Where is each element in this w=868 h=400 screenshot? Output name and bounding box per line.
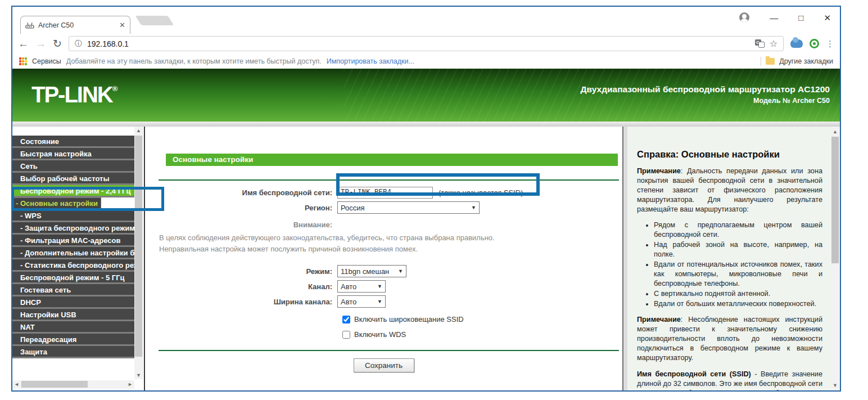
bookmark-star-icon[interactable]: ☆ (770, 38, 777, 49)
region-label: Регион: (145, 204, 337, 212)
bookmarks-separator (761, 57, 761, 66)
annotation-box-ssid-field (336, 173, 540, 196)
tplink-logo: TP-LINK® (31, 82, 117, 107)
close-button[interactable]: ✕ (824, 14, 831, 22)
sidebar-item-advanced-wireless[interactable]: - Дополнительные настройки бес (12, 247, 134, 259)
bookmarks-hint: Добавляйте на эту панель закладки, к кот… (66, 57, 322, 65)
wds-checkbox[interactable] (342, 331, 350, 339)
scroll-up-icon[interactable]: ▲ (833, 129, 838, 134)
ssid-label: Имя беспроводной сети: (145, 188, 337, 197)
url-bar[interactable]: ⓘ 192.168.0.1 ☆ (69, 36, 784, 51)
chevron-down-icon: ▼ (377, 284, 382, 289)
tab-title: Archer C50 (38, 21, 115, 29)
router-favicon (25, 22, 34, 29)
help-bullet-list: Рядом с предполагаемым центром вашей бес… (654, 221, 822, 308)
help-title: Справка: Основные настройки (637, 149, 822, 160)
help-note-2: Примечание: Несоблюдение настоящих инстр… (637, 315, 822, 362)
browser-tab[interactable]: Archer C50 ✕ (20, 16, 130, 34)
url-text[interactable]: 192.168.0.1 (87, 39, 750, 48)
sidebar-item-forwarding[interactable]: Переадресация (12, 334, 134, 346)
help-bullet: Вдали от потенциальных источников помех,… (654, 260, 822, 289)
chrome-menu-icon[interactable]: ⋮ (826, 39, 834, 49)
scrollbar-thumb[interactable] (135, 136, 142, 357)
help-bullet: Рядом с предполагаемым центром вашей бес… (654, 221, 822, 240)
router-header: TP-LINK® Двухдиапазонный беспроводной ма… (12, 69, 840, 122)
tab-drag-shadow (135, 16, 174, 25)
profile-icon[interactable] (739, 12, 749, 23)
help-scrollbar[interactable]: ▲ ▼ (831, 127, 840, 390)
chevron-down-icon: ▼ (377, 299, 382, 304)
router-title: Двухдиапазонный беспроводной маршрутизат… (581, 84, 830, 95)
scrollbar-thumb[interactable] (21, 381, 88, 388)
forward-icon[interactable]: → (35, 38, 46, 49)
channel-label: Канал: (145, 282, 337, 291)
page-info-icon[interactable]: ⓘ (75, 39, 82, 49)
sidebar-horizontal-scrollbar[interactable]: ◄ ► (12, 380, 134, 389)
help-bullet: С вертикально поднятой антенной. (654, 289, 822, 299)
warning-line-2: Неправильная настройка может послужить п… (159, 244, 622, 255)
sidebar-item-dhcp[interactable]: DHCP (12, 296, 134, 309)
record-extension-icon[interactable] (810, 39, 819, 48)
other-bookmarks[interactable]: Другие закладки (779, 57, 833, 65)
sidebar-item-network[interactable]: Сеть (12, 160, 134, 173)
save-button[interactable]: Сохранить (354, 358, 414, 372)
sidebar-item-quick-setup[interactable]: Быстрая настройка (12, 148, 134, 160)
tab-close-icon[interactable]: ✕ (119, 21, 125, 29)
sidebar-item-usb-settings[interactable]: Настройки USB (12, 309, 134, 321)
import-bookmarks-link[interactable]: Импортировать закладки... (327, 57, 414, 65)
content-area: Состояние Быстрая настройка Сеть Выбор р… (12, 127, 840, 390)
channel-select[interactable]: Авто▼ (337, 280, 386, 293)
sidebar-item-mac-filtering[interactable]: - Фильтрация MAC-адресов (12, 235, 134, 247)
ssid-broadcast-checkbox[interactable] (342, 316, 350, 323)
main-panel: Основные настройки Имя беспроводной сети… (144, 127, 622, 390)
sidebar-item-guest-network[interactable]: Гостевая сеть (12, 284, 134, 296)
apps-grid-icon[interactable] (19, 57, 27, 65)
sidebar-item-wps[interactable]: - WPS (12, 210, 134, 222)
channel-width-label: Ширина канала: (145, 298, 337, 306)
scroll-right-icon[interactable]: ► (128, 381, 133, 387)
header-divider (12, 122, 840, 127)
mode-label: Режим: (145, 267, 337, 276)
scroll-up-icon[interactable]: ▲ (136, 128, 141, 133)
translate-icon[interactable] (755, 39, 765, 48)
help-bullet: Над рабочей зоной на высоте, например, н… (654, 240, 822, 259)
sidebar-vertical-scrollbar[interactable]: ▲ ▼ (134, 127, 143, 379)
annotation-box-wireless-menu (11, 187, 164, 211)
maximize-button[interactable]: □ (798, 14, 803, 22)
section-title: Основные настройки (166, 154, 618, 166)
panel-divider (622, 127, 627, 390)
region-select[interactable]: Россия▼ (337, 201, 480, 214)
cloud-extension-icon[interactable] (790, 39, 803, 48)
help-bullet: Вдали от больших металлических поверхнос… (654, 299, 822, 309)
title-bar: Archer C50 ✕ — □ ✕ (12, 7, 840, 34)
scroll-down-icon[interactable]: ▼ (833, 383, 838, 388)
ssid-broadcast-label: Включить широковещание SSID (354, 315, 464, 323)
chevron-down-icon: ▼ (398, 268, 403, 274)
sidebar: Состояние Быстрая настройка Сеть Выбор р… (12, 127, 144, 390)
bookmark-services[interactable]: Сервисы (32, 57, 61, 65)
mode-select[interactable]: 11bgn смешан▼ (337, 265, 406, 277)
back-icon[interactable]: ← (18, 38, 29, 49)
warning-label: Внимание: (145, 221, 337, 229)
sidebar-item-band-select[interactable]: Выбор рабочей частоты (12, 173, 134, 185)
sidebar-item-status[interactable]: Состояние (12, 136, 134, 148)
warning-line-1: В целях соблюдения действующего законода… (159, 232, 622, 244)
channel-width-select[interactable]: Авто▼ (337, 295, 386, 308)
sidebar-item-wireless-statistics[interactable]: - Статистика беспроводного режи (12, 259, 134, 272)
sidebar-item-nat[interactable]: NAT (12, 321, 134, 334)
help-ssid-description: Имя беспроводной сети (SSID) - Введите з… (637, 370, 822, 390)
folder-icon (766, 58, 775, 65)
scroll-down-icon[interactable]: ▼ (136, 372, 141, 378)
browser-toolbar: ← → ↻ ⓘ 192.168.0.1 ☆ ⋮ (12, 34, 840, 53)
minimize-button[interactable]: — (770, 14, 778, 22)
scroll-left-icon[interactable]: ◄ (14, 381, 19, 387)
sidebar-item-wireless-5[interactable]: Беспроводной режим - 5 ГГц (12, 272, 134, 284)
sidebar-item-security[interactable]: Защита (12, 346, 134, 358)
wds-label: Включить WDS (354, 330, 406, 339)
sidebar-item-wireless-security[interactable]: - Защита беспроводного режима (12, 222, 134, 235)
help-panel: Справка: Основные настройки Примечание: … (627, 127, 831, 390)
router-model: Модель № Archer C50 (581, 97, 830, 105)
reload-icon[interactable]: ↻ (53, 38, 62, 49)
scrollbar-thumb[interactable] (831, 137, 839, 263)
help-note-1: Примечание: Дальность передачи данных ил… (637, 167, 822, 214)
